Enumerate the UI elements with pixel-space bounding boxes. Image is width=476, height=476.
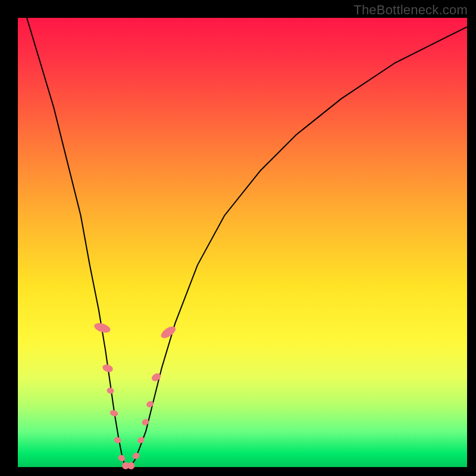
curve-svg (18, 18, 467, 467)
curve-marker (102, 363, 114, 373)
curve-marker (106, 387, 115, 394)
curve-marker (109, 409, 118, 417)
curve-marker (127, 461, 136, 470)
curve-marker (117, 454, 126, 463)
curve-marker (113, 436, 122, 444)
chart-frame: TheBottleneck.com (0, 0, 476, 476)
marker-layer (93, 321, 177, 470)
bottleneck-curve (27, 18, 467, 467)
curve-marker (159, 324, 177, 340)
plot-area (18, 18, 467, 467)
watermark-text: TheBottleneck.com (353, 2, 468, 18)
curve-marker (131, 452, 141, 461)
